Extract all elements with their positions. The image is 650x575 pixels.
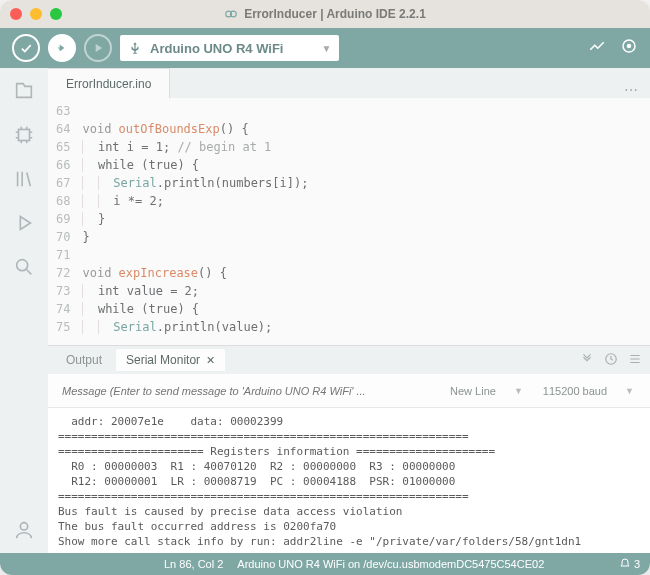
svg-rect-4 (19, 130, 30, 141)
editor-tabs: ErrorInducer.ino ⋯ (48, 68, 650, 98)
svg-point-1 (231, 11, 237, 17)
close-icon[interactable]: ✕ (206, 354, 215, 366)
svg-point-5 (17, 260, 28, 271)
device-info: Arduino UNO R4 WiFi on /dev/cu.usbmodemD… (237, 558, 544, 570)
usb-icon (128, 41, 142, 55)
serial-message-input[interactable] (58, 380, 436, 402)
caret-down-icon: ▼ (322, 43, 332, 54)
notifications-button[interactable]: 3 (619, 558, 640, 570)
serial-output[interactable]: addr: 20007e1e data: 00002399===========… (48, 408, 650, 553)
window-title: ErrorInducer | Arduino IDE 2.2.1 (244, 7, 426, 21)
maximize-window[interactable] (50, 8, 62, 20)
tab-output[interactable]: Output (56, 349, 112, 371)
serial-monitor-icon[interactable] (620, 37, 638, 59)
baud-rate-select[interactable]: 115200 baud▼ (537, 383, 640, 399)
close-window[interactable] (10, 8, 22, 20)
panel-tabs: Output Serial Monitor✕ (48, 346, 650, 374)
line-ending-select[interactable]: New Line▼ (444, 383, 529, 399)
svg-point-3 (628, 45, 631, 48)
board-selector[interactable]: Arduino UNO R4 WiFi ▼ (120, 35, 339, 61)
scroll-toggle-icon[interactable] (580, 352, 594, 369)
clear-output-icon[interactable] (628, 352, 642, 369)
plotter-icon[interactable] (588, 37, 606, 59)
serial-monitor-toolbar: New Line▼ 115200 baud▼ (48, 374, 650, 408)
account-icon[interactable] (13, 519, 35, 541)
boards-manager-icon[interactable] (13, 124, 35, 146)
upload-button[interactable] (48, 34, 76, 62)
tab-overflow-icon[interactable]: ⋯ (612, 82, 650, 98)
minimize-window[interactable] (30, 8, 42, 20)
search-icon[interactable] (13, 256, 35, 278)
timestamp-toggle-icon[interactable] (604, 352, 618, 369)
library-manager-icon[interactable] (13, 168, 35, 190)
code-editor[interactable]: 63646566676869707172737475 void outOfBou… (48, 98, 650, 345)
titlebar: ErrorInducer | Arduino IDE 2.2.1 (0, 0, 650, 28)
toolbar: Arduino UNO R4 WiFi ▼ (0, 28, 650, 68)
tab-serial-monitor[interactable]: Serial Monitor✕ (116, 349, 225, 371)
window-controls (10, 8, 62, 20)
bell-icon (619, 558, 631, 570)
svg-point-6 (20, 523, 27, 530)
svg-point-0 (226, 11, 232, 17)
debug-sidebar-icon[interactable] (13, 212, 35, 234)
sketchbook-icon[interactable] (13, 80, 35, 102)
verify-button[interactable] (12, 34, 40, 62)
debug-button[interactable] (84, 34, 112, 62)
board-name: Arduino UNO R4 WiFi (150, 41, 284, 56)
sidebar (0, 68, 48, 553)
arduino-logo-icon (224, 7, 238, 21)
statusbar: Ln 86, Col 2 Arduino UNO R4 WiFi on /dev… (0, 553, 650, 575)
cursor-position: Ln 86, Col 2 (164, 558, 223, 570)
tab-file[interactable]: ErrorInducer.ino (48, 68, 170, 98)
